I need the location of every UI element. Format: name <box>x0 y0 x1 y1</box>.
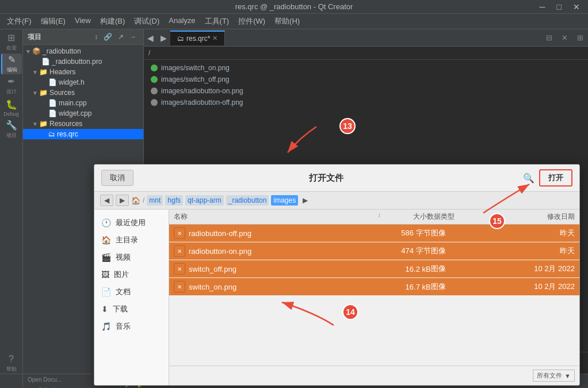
menu-debug[interactable]: 调试(D) <box>129 15 164 28</box>
home-icon: 🏠 <box>101 235 111 245</box>
sidebar-nav-home[interactable]: 🏠 主目录 <box>94 231 169 249</box>
tab-nav-fwd[interactable]: ▶ <box>157 31 170 45</box>
activity-debug[interactable]: 🐛 Debug <box>1 97 22 118</box>
file-row-1[interactable]: ✕ radiobutton-on.png 474 字节 图像 昨天 <box>169 242 579 260</box>
music-icon: 🎵 <box>101 322 111 331</box>
menu-controls[interactable]: 控件(W) <box>234 15 270 28</box>
panel-sort-btn[interactable]: ↕ <box>92 32 100 42</box>
resource-status-icon <box>151 76 158 83</box>
tab-nav-back[interactable]: ◀ <box>144 31 157 45</box>
panel-filter-btn[interactable]: → <box>127 32 139 42</box>
file-name-1: radiobutton-on.png <box>189 247 385 256</box>
menu-build[interactable]: 构建(B) <box>96 15 129 28</box>
activity-welcome[interactable]: ⊞ 欢迎 <box>1 32 22 52</box>
resource-item-label: images/switch_off.png <box>161 75 230 83</box>
tree-item-headers[interactable]: ▼ 📁 Headers <box>23 67 143 77</box>
file-filter-select[interactable]: 所有文件 ▼ <box>533 370 575 382</box>
file-icon: 📄 <box>48 99 57 107</box>
file-size-2: 16.2 kB <box>385 265 431 273</box>
tab-expand-btn[interactable]: ⊟ <box>541 31 557 44</box>
tab-menu-btn[interactable]: ⊞ <box>572 31 588 44</box>
tree-item-label: _radiobutton.pro <box>52 58 102 66</box>
resource-item-0[interactable]: images/switch_on.png <box>144 62 588 74</box>
tree-item-label: main.cpp <box>59 99 87 107</box>
activity-project[interactable]: 🔧 项目 <box>1 119 22 140</box>
activity-design-label: 设计 <box>6 88 17 96</box>
dialog-header: 取消 打开文件 🔍 打开 <box>94 165 579 192</box>
tree-item-pro[interactable]: 📄 _radiobutton.pro <box>23 56 143 67</box>
file-row-3[interactable]: ✕ switch_on.png 16.7 kB 图像 10 2月 2022 <box>169 278 579 296</box>
dialog-search-icon[interactable]: 🔍 <box>518 170 539 186</box>
resource-item-2[interactable]: images/radiobutton-on.png <box>144 85 588 97</box>
sidebar-nav-documents[interactable]: 📄 文档 <box>94 283 169 300</box>
filter-dropdown-icon: ▼ <box>564 372 571 379</box>
tree-item-radiobutton[interactable]: ▼ 📦 _radiobutton <box>23 46 143 56</box>
file-type-0: 图像 <box>431 228 477 238</box>
close-button[interactable]: ✕ <box>570 1 583 13</box>
breadcrumb-mnt[interactable]: mnt <box>147 195 163 206</box>
file-row-0[interactable]: ✕ radiobutton-off.png 586 字节 图像 昨天 <box>169 225 579 242</box>
restore-button[interactable]: □ <box>553 1 565 13</box>
file-list-area: 名称 ↕ 大小 数据类型 修改日期 ✕ radiobutton-off.png … <box>169 210 579 385</box>
tree-item-widget-cpp[interactable]: 📄 widget.cpp <box>23 108 143 119</box>
panel-sync-btn[interactable]: 🔗 <box>101 32 114 42</box>
sidebar-nav-video[interactable]: 🎬 视频 <box>94 249 169 266</box>
design-icon: ✒ <box>7 76 15 87</box>
tree-item-label: widget.h <box>59 78 85 86</box>
project-folder-icon: 📦 <box>32 47 41 55</box>
menu-file[interactable]: 文件(F) <box>2 15 36 28</box>
menu-edit[interactable]: 编辑(E) <box>36 15 70 28</box>
resource-item-1[interactable]: images/switch_off.png <box>144 74 588 85</box>
file-date-0: 昨天 <box>477 228 575 238</box>
tree-item-res-qrc[interactable]: 🗂 res.qrc <box>23 129 143 139</box>
menu-help[interactable]: 帮助(H) <box>270 15 304 28</box>
breadcrumb-images[interactable]: images <box>271 195 298 206</box>
activity-design[interactable]: ✒ 设计 <box>1 75 22 96</box>
activity-help[interactable]: ? 帮助 <box>1 353 22 374</box>
dialog-sidebar: 🕐 最近使用 🏠 主目录 🎬 视频 🖼 图片 📄 文档 <box>94 210 169 385</box>
breadcrumb-more[interactable]: ▶ <box>300 195 310 206</box>
tab-close-icon[interactable]: ✕ <box>212 35 217 42</box>
dialog-cancel-button[interactable]: 取消 <box>101 170 133 186</box>
sidebar-nav-video-label: 视频 <box>116 252 131 263</box>
tree-item-main-cpp[interactable]: 📄 main.cpp <box>23 98 143 108</box>
resource-item-3[interactable]: images/radiobutton-off.png <box>144 97 588 108</box>
tree-item-widget-h[interactable]: 📄 widget.h <box>23 77 143 88</box>
menu-tools[interactable]: 工具(T) <box>200 15 234 28</box>
file-icon: 📄 <box>48 78 57 86</box>
tab-res-qrc[interactable]: 🗂 res.qrc* ✕ <box>170 31 225 45</box>
dialog-open-button[interactable]: 打开 <box>539 169 572 187</box>
breadcrumb-fwd-btn[interactable]: ▶ <box>116 195 129 206</box>
tree-arrow: ▼ <box>25 48 32 55</box>
breadcrumb-qt-app-arm[interactable]: qt-app-arm <box>185 195 224 206</box>
menu-analyze[interactable]: Analyze <box>164 15 200 28</box>
file-icon-1: ✕ <box>174 245 185 257</box>
menu-view[interactable]: View <box>70 15 96 28</box>
pictures-icon: 🖼 <box>101 270 109 279</box>
sidebar-nav-home-label: 主目录 <box>116 235 138 245</box>
sidebar-nav-downloads-label: 下载 <box>113 304 128 314</box>
tree-item-sources[interactable]: ▼ 📁 Sources <box>23 88 143 98</box>
breadcrumb-hgfs[interactable]: hgfs <box>165 195 183 206</box>
breadcrumb-radiobutton[interactable]: _radiobutton <box>226 195 269 206</box>
badge-15: 15 <box>489 213 505 229</box>
bottom-activity <box>0 374 23 388</box>
sidebar-nav-pictures[interactable]: 🖼 图片 <box>94 266 169 283</box>
resource-path-bar: / <box>144 47 588 60</box>
sidebar-nav-downloads[interactable]: ⬇ 下载 <box>94 300 169 318</box>
tree-arrow: ▼ <box>32 69 39 75</box>
sidebar-nav-music[interactable]: 🎵 音乐 <box>94 318 169 335</box>
panel-expand-btn[interactable]: ↗ <box>116 32 126 42</box>
file-row-2[interactable]: ✕ switch_off.png 16.2 kB 图像 10 2月 2022 <box>169 260 579 278</box>
breadcrumb-back-btn[interactable]: ◀ <box>100 195 113 206</box>
tree-item-resources[interactable]: ▼ 📁 Resources <box>23 119 143 129</box>
resource-status-icon <box>151 88 158 94</box>
activity-edit[interactable]: ✎ 编辑 <box>1 54 22 74</box>
project-icon: 🔧 <box>6 120 17 131</box>
activity-debug-label: Debug <box>3 111 19 117</box>
titlebar-controls[interactable]: ─ □ ✕ <box>536 1 583 13</box>
tab-close-all-btn[interactable]: ✕ <box>557 31 572 44</box>
menubar: 文件(F) 编辑(E) View 构建(B) 调试(D) Analyze 工具(… <box>0 14 588 29</box>
sidebar-nav-recent[interactable]: 🕐 最近使用 <box>94 214 169 231</box>
minimize-button[interactable]: ─ <box>536 1 549 13</box>
